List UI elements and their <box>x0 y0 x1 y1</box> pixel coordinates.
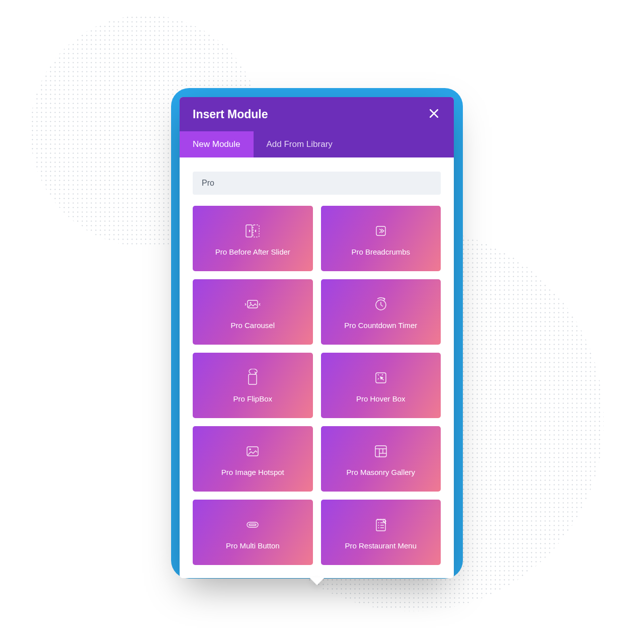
module-card-image-hotspot[interactable]: Pro Image Hotspot <box>193 426 313 492</box>
before-after-slider-icon <box>243 221 262 240</box>
module-card-hover-box[interactable]: Pro Hover Box <box>321 353 441 418</box>
module-card-before-after-slider[interactable]: Pro Before After Slider <box>193 206 313 271</box>
insert-module-modal: Insert Module New Module Add From Librar… <box>180 97 454 578</box>
module-label: Pro Carousel <box>230 321 275 330</box>
svg-rect-16 <box>249 524 256 525</box>
tab-add-from-library[interactable]: Add From Library <box>254 131 346 157</box>
svg-rect-6 <box>249 374 257 384</box>
module-card-restaurant-menu[interactable]: Pro Restaurant Menu <box>321 500 441 565</box>
close-icon <box>430 109 438 120</box>
svg-point-18 <box>378 522 379 523</box>
svg-rect-15 <box>247 522 258 527</box>
module-card-countdown-timer[interactable]: Pro Countdown Timer <box>321 279 441 345</box>
tab-label: Add From Library <box>267 139 333 149</box>
flipbox-icon <box>243 368 262 387</box>
tab-new-module[interactable]: New Module <box>180 131 254 157</box>
module-label: Pro Breadcrumbs <box>351 248 410 256</box>
module-card-flipbox[interactable]: Pro FlipBox <box>193 353 313 418</box>
module-card-masonry-gallery[interactable]: Pro Masonry Gallery <box>321 426 441 492</box>
countdown-timer-icon <box>371 295 390 314</box>
module-label: Pro Masonry Gallery <box>346 468 415 476</box>
module-label: Pro Restaurant Menu <box>345 541 417 550</box>
svg-point-19 <box>378 525 379 526</box>
svg-point-4 <box>250 302 252 303</box>
modal-tabs: New Module Add From Library <box>180 131 454 157</box>
module-label: Pro FlipBox <box>233 394 272 403</box>
module-grid: Pro Before After Slider Pro Breadcrumbs <box>193 206 441 565</box>
svg-rect-10 <box>375 446 386 457</box>
svg-point-9 <box>249 448 251 450</box>
svg-point-20 <box>378 527 379 528</box>
restaurant-menu-icon <box>371 515 390 534</box>
modal-body: Pro Before After Slider Pro Breadcrumbs <box>180 157 454 578</box>
module-label: Pro Before After Slider <box>215 248 290 256</box>
module-label: Pro Hover Box <box>356 394 406 403</box>
breadcrumbs-icon <box>371 221 390 240</box>
modal-header: Insert Module <box>180 97 454 131</box>
tab-label: New Module <box>193 139 240 149</box>
multi-button-icon <box>243 515 262 534</box>
masonry-gallery-icon <box>371 442 390 461</box>
image-hotspot-icon <box>243 442 262 461</box>
carousel-icon <box>243 295 262 314</box>
module-card-breadcrumbs[interactable]: Pro Breadcrumbs <box>321 206 441 271</box>
hover-box-icon <box>371 368 390 387</box>
module-label: Pro Multi Button <box>226 541 280 550</box>
modal-title: Insert Module <box>193 108 268 121</box>
module-card-multi-button[interactable]: Pro Multi Button <box>193 500 313 565</box>
module-card-carousel[interactable]: Pro Carousel <box>193 279 313 345</box>
module-label: Pro Image Hotspot <box>221 468 284 476</box>
search-input[interactable] <box>193 172 441 195</box>
close-button[interactable] <box>427 107 441 121</box>
module-label: Pro Countdown Timer <box>344 321 417 330</box>
